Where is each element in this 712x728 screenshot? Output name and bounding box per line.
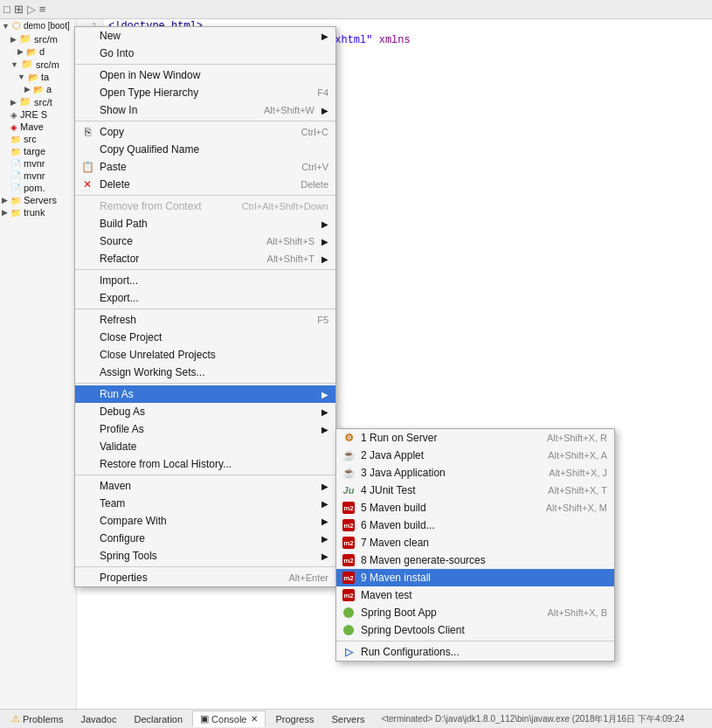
- ctx-profile-as[interactable]: Profile As▶: [75, 420, 335, 438]
- toolbar-icon-3[interactable]: ▷: [27, 3, 36, 16]
- sidebar-item-ta[interactable]: ▼ 📂 ta: [0, 71, 76, 83]
- sub-run-on-server[interactable]: ⚙ 1 Run on Server Alt+Shift+X, R: [336, 429, 614, 447]
- tab-close-icon[interactable]: ✕: [251, 714, 258, 724]
- sub-label: Spring Devtools Client: [361, 624, 465, 636]
- expand-arrow: ▶: [17, 47, 24, 56]
- sidebar-item-srct[interactable]: ▶ 📁 src/t: [0, 95, 76, 108]
- sidebar-item-pom[interactable]: 📄 pom.: [0, 182, 76, 194]
- ctx-separator-8: [75, 566, 335, 567]
- ctx-properties[interactable]: PropertiesAlt+Enter: [75, 569, 335, 586]
- ctx-restore-history[interactable]: Restore from Local History...: [75, 455, 335, 473]
- ctx-refactor[interactable]: RefactorAlt+Shift+T▶: [75, 250, 335, 267]
- ctx-debug-as[interactable]: Debug As▶: [75, 403, 335, 420]
- sub-maven-clean[interactable]: m2 7 Maven clean: [336, 534, 614, 551]
- sub-shortcut: Alt+Shift+X, R: [547, 433, 607, 443]
- toolbar-icon-4[interactable]: ≡: [39, 3, 46, 16]
- ctx-paste[interactable]: 📋 PasteCtrl+V: [75, 158, 335, 176]
- terminated-text: <terminated> D:\java\jdk1.8.0_112\bin\ja…: [381, 713, 684, 725]
- sidebar-item-mvnr2[interactable]: 📄 mvnr: [0, 170, 76, 182]
- ctx-separator-6: [75, 383, 335, 384]
- project-icon: ⬡: [12, 20, 21, 31]
- sidebar-item-mvnr1[interactable]: 📄 mvnr: [0, 157, 76, 170]
- toolbar-icon-2[interactable]: ⊞: [14, 3, 24, 16]
- ctx-copy[interactable]: ⎘ CopyCtrl+C: [75, 123, 335, 141]
- ctx-open-type-hierarchy[interactable]: Open Type HierarchyF4: [75, 84, 335, 101]
- sidebar-item-srcm2[interactable]: ▼ 📁 src/m: [0, 58, 76, 71]
- ctx-run-as[interactable]: Run As▶: [75, 385, 335, 403]
- sub-spring-boot-app[interactable]: Spring Boot App Alt+Shift+X, B: [336, 604, 614, 621]
- folder-label: src/m: [36, 59, 59, 70]
- ctx-configure[interactable]: Configure▶: [75, 530, 335, 547]
- expand-arrow: ▶: [2, 208, 8, 217]
- ctx-close-project[interactable]: Close Project: [75, 329, 335, 346]
- folder-icon: 📁: [10, 135, 21, 144]
- sub-maven-build2[interactable]: m2 6 Maven build...: [336, 517, 614, 534]
- ctx-team[interactable]: Team▶: [75, 495, 335, 512]
- ctx-validate[interactable]: Validate: [75, 438, 335, 455]
- sidebar-item-maven[interactable]: ◈ Mave: [0, 121, 76, 133]
- sidebar-item-target[interactable]: 📁 targe: [0, 145, 76, 157]
- expand-arrow: ▶: [2, 196, 8, 205]
- sub-label: 1 Run on Server: [361, 432, 437, 444]
- folder-label: src: [24, 134, 37, 144]
- sidebar-item-d[interactable]: ▶ 📂 d: [0, 45, 76, 58]
- ctx-source[interactable]: SourceAlt+Shift+S▶: [75, 232, 335, 250]
- sub-java-app[interactable]: ☕ 3 Java Application Alt+Shift+X, J: [336, 464, 614, 482]
- sidebar-item-srcm1[interactable]: ▶ 📁 src/m: [0, 32, 76, 45]
- sub-maven-generate[interactable]: m2 8 Maven generate-sources: [336, 551, 614, 569]
- folder-icon: 📁: [10, 147, 21, 156]
- sidebar-item-a[interactable]: ▶ 📂 a: [0, 83, 76, 95]
- ctx-show-in[interactable]: Show InAlt+Shift+W▶: [75, 101, 335, 119]
- tab-declaration-label: Declaration: [134, 714, 183, 725]
- tab-servers[interactable]: Servers: [323, 711, 372, 727]
- sidebar-item-trunk[interactable]: ▶ 📁 trunk: [0, 206, 76, 218]
- sidebar-item-servers[interactable]: ▶ 📁 Servers: [0, 194, 76, 206]
- ctx-go-into[interactable]: Go Into: [75, 45, 335, 62]
- tab-progress-label: Progress: [275, 714, 314, 725]
- ctx-delete[interactable]: ✕ DeleteDelete: [75, 176, 335, 193]
- ctx-export[interactable]: Export...: [75, 289, 335, 307]
- sub-label: 6 Maven build...: [361, 519, 435, 531]
- expand-arrow: ▶: [10, 98, 17, 107]
- ctx-compare-with[interactable]: Compare With▶: [75, 512, 335, 530]
- tab-declaration[interactable]: Declaration: [126, 711, 190, 727]
- sub-junit[interactable]: Ju 4 JUnit Test Alt+Shift+X, T: [336, 482, 614, 499]
- ctx-open-new-window[interactable]: Open in New Window: [75, 66, 335, 84]
- sub-spring-devtools[interactable]: Spring Devtools Client: [336, 621, 614, 639]
- ctx-maven[interactable]: Maven▶: [75, 477, 335, 495]
- sidebar-item-demo[interactable]: ▼ ⬡ demo [boot]: [0, 19, 76, 32]
- sub-java-applet[interactable]: ☕ 2 Java Applet Alt+Shift+X, A: [336, 447, 614, 464]
- ctx-copy-qualified[interactable]: Copy Qualified Name: [75, 141, 335, 158]
- tab-progress[interactable]: Progress: [267, 711, 321, 727]
- ctx-separator-1: [75, 64, 335, 65]
- context-menu: New▶ Go Into Open in New Window Open Typ…: [74, 26, 336, 587]
- folder-icon: 📂: [33, 85, 44, 94]
- ctx-spring-tools[interactable]: Spring Tools▶: [75, 547, 335, 565]
- tab-javadoc[interactable]: Javadoc: [73, 711, 124, 727]
- tab-problems[interactable]: ⚠ Problems: [3, 711, 71, 727]
- ctx-refresh[interactable]: RefreshF5: [75, 311, 335, 329]
- sub-maven-test[interactable]: m2 Maven test: [336, 586, 614, 604]
- run-as-submenu: ⚙ 1 Run on Server Alt+Shift+X, R ☕ 2 Jav…: [335, 428, 615, 662]
- ctx-import[interactable]: Import...: [75, 272, 335, 289]
- sub-label: 3 Java Application: [361, 467, 446, 479]
- sidebar-item-jre[interactable]: ◈ JRE S: [0, 108, 76, 121]
- sub-shortcut: Alt+Shift+X, B: [548, 607, 607, 618]
- ctx-build-path[interactable]: Build Path▶: [75, 215, 335, 232]
- sub-maven-build[interactable]: m2 5 Maven build Alt+Shift+X, M: [336, 499, 614, 517]
- ctx-new[interactable]: New▶: [75, 27, 335, 45]
- ctx-assign-working[interactable]: Assign Working Sets...: [75, 364, 335, 381]
- ctx-close-unrelated[interactable]: Close Unrelated Projects: [75, 346, 335, 364]
- lib-label: Mave: [20, 121, 44, 132]
- sub-shortcut: Alt+Shift+X, M: [546, 503, 607, 513]
- file-label: mvnr: [24, 158, 45, 169]
- toolbar-icon-1[interactable]: □: [3, 3, 10, 16]
- folder-label: a: [46, 84, 52, 94]
- sub-maven-install[interactable]: m2 9 Maven install: [336, 569, 614, 586]
- sidebar-item-src[interactable]: 📁 src: [0, 133, 76, 145]
- tab-console[interactable]: ▣ Console ✕: [192, 711, 266, 727]
- sub-run-configs[interactable]: ▷ Run Configurations...: [336, 643, 614, 661]
- ctx-remove-context[interactable]: Remove from ContextCtrl+Alt+Shift+Down: [75, 198, 335, 215]
- maven-test-icon: m2: [342, 588, 356, 602]
- maven-build2-icon: m2: [342, 518, 356, 532]
